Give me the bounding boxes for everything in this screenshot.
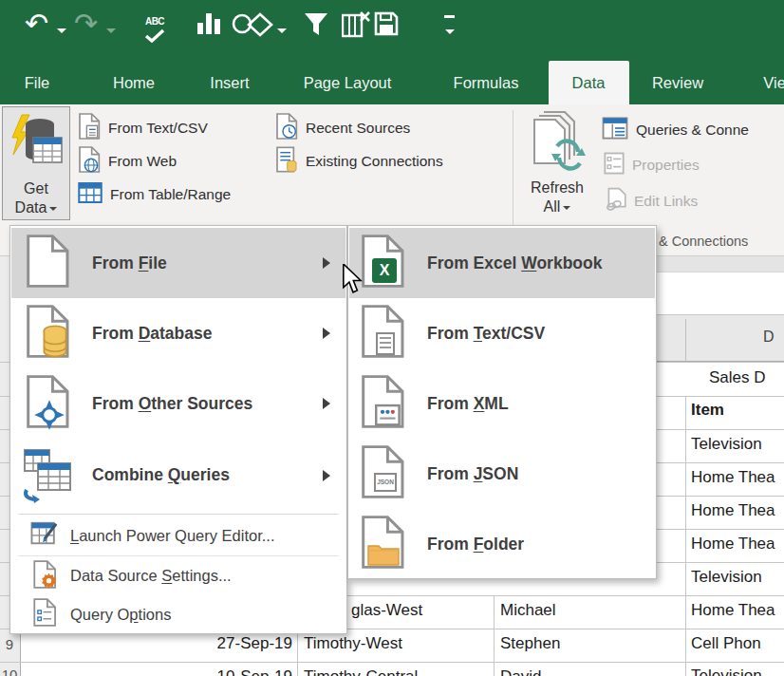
redo-dropdown-chevron[interactable] [106,28,116,33]
properties-button: Properties [604,152,700,178]
first-name-cell[interactable]: Stephen [500,634,560,653]
shapes-icon[interactable] [232,11,273,42]
query-options-icon [32,598,57,630]
from-text-csv-button[interactable]: From Text/CSV [78,115,208,141]
spelling-icon[interactable]: ABC [144,11,165,47]
tab-view[interactable]: View [763,68,784,104]
from-table-range-button[interactable]: From Table/Range [78,181,231,208]
sheet-bottom-rows: 27-Sep-19 Timothy-West Stephen 10-Sep-19… [0,629,784,676]
customize-toolbar-icon[interactable] [444,15,455,38]
xml-icon [361,374,404,433]
refresh-all-icon [529,110,586,178]
excel-window: 9 10 D Sales D Item Television Home Thea… [0,0,784,676]
get-data-menu: From File From Database From Other Sourc… [9,225,347,634]
edit-links-button: Edit Links [606,188,698,215]
edit-links-icon [606,187,626,216]
file-icon [26,234,69,292]
from-web-button[interactable]: From Web [78,148,177,175]
filter-icon[interactable] [304,12,328,41]
submenu-item-from-folder[interactable]: From Folder [349,509,655,579]
customer-name-cell[interactable]: Timothy-Central [304,667,418,676]
column-d-header[interactable]: D [763,329,775,346]
refresh-all-dropdown-chevron [563,206,570,210]
submenu-item-from-json[interactable]: JSON From JSON [349,439,655,509]
properties-icon [604,152,625,178]
save-icon[interactable] [374,11,399,40]
submenu-item-from-text-csv[interactable]: From Text/CSV [349,298,655,368]
get-data-label-2: Data [3,198,69,217]
menu-item-data-source-settings[interactable]: Data Source Settings... [11,556,345,595]
insert-chart-icon[interactable] [197,13,223,34]
database-icon [26,304,69,363]
get-data-label-1: Get [3,179,69,198]
item-cell[interactable]: Home Thea [691,501,775,520]
power-query-editor-icon [30,520,59,551]
existing-connections-icon [275,146,298,177]
submenu-arrow [323,470,330,481]
column-headers[interactable]: D [657,314,784,362]
combine-queries-icon [23,448,72,503]
item-cell[interactable]: Home Thea [691,468,775,487]
folder-icon [361,515,404,573]
delete-columns-icon[interactable] [342,11,370,42]
queries-connections-group-label: & Connections [659,234,748,249]
text-csv-icon [361,304,404,363]
refresh-all-button[interactable]: Refresh All [524,110,590,216]
submenu-item-from-xml[interactable]: From XML [349,368,655,439]
from-text-csv-icon [78,113,101,143]
other-sources-icon [26,374,69,433]
menu-item-query-options[interactable]: Query Options [11,595,345,633]
submenu-arrow [323,257,330,269]
sales-title-cell[interactable]: Sales D [709,368,766,387]
undo-icon[interactable]: ↶ [25,9,48,38]
item-cell[interactable]: Television [691,435,762,454]
tab-home[interactable]: Home [113,68,155,104]
submenu-arrow [323,398,330,409]
undo-dropdown-chevron[interactable] [57,28,66,33]
queries-connections-icon [602,117,628,143]
menu-item-from-file[interactable]: From File [11,228,345,298]
from-file-submenu: X From Excel Workbook From Text/CSV From… [347,225,657,579]
first-name-cell[interactable]: Michael [500,601,556,620]
get-data-dropdown-chevron [49,207,57,211]
from-web-icon [78,146,101,177]
json-icon: JSON [361,444,404,503]
menu-item-launch-power-query-editor[interactable]: Launch Power Query Editor... [11,516,345,554]
submenu-item-from-excel-workbook[interactable]: X From Excel Workbook [349,228,655,298]
title-bar: ↶ ↷ ABC File Home Insert [0,0,784,104]
tab-data[interactable]: Data [572,68,606,104]
tab-formulas[interactable]: Formulas [454,68,519,104]
spreadsheet-right-area: D Sales D Item Television Home Thea Home… [657,256,784,676]
date-cell[interactable]: 10-Sep-19 [21,667,292,676]
recent-sources-icon [275,113,298,143]
menu-item-combine-queries[interactable]: Combine Queries [11,439,345,512]
mouse-cursor [342,264,364,294]
date-cell[interactable]: 27-Sep-19 [21,634,292,653]
get-data-button[interactable]: Get Data [2,106,70,220]
customer-name-cell[interactable]: Timothy-West [304,634,402,653]
item-cell[interactable]: Home Thea [691,601,775,620]
existing-connections-button[interactable]: Existing Connections [275,148,443,175]
menu-item-from-database[interactable]: From Database [11,298,345,368]
queries-connections-button[interactable]: Queries & Conne [602,117,749,143]
tab-review[interactable]: Review [652,68,703,104]
recent-sources-button[interactable]: Recent Sources [275,115,410,141]
shapes-dropdown-chevron[interactable] [277,28,287,33]
menu-separator [18,514,339,515]
first-name-cell[interactable]: David [500,667,541,676]
tab-file[interactable]: File [25,68,50,104]
tab-insert[interactable]: Insert [210,68,249,104]
submenu-arrow [323,328,330,339]
excel-workbook-icon: X [361,234,404,292]
get-data-icon [9,113,64,176]
item-cell[interactable]: Home Thea [691,535,775,554]
formula-bar-fragment[interactable] [657,272,784,314]
menu-item-from-other-sources[interactable]: From Other Sources [11,368,345,439]
sheet-row[interactable]: glas-West Michael [347,595,657,629]
item-header-cell[interactable]: Item [691,401,724,420]
redo-icon[interactable]: ↷ [74,9,98,38]
customer-name-cell[interactable]: glas-West [351,601,422,620]
item-cell[interactable]: Television [691,568,762,587]
from-table-range-icon [78,181,103,208]
tab-page-layout[interactable]: Page Layout [304,68,392,104]
